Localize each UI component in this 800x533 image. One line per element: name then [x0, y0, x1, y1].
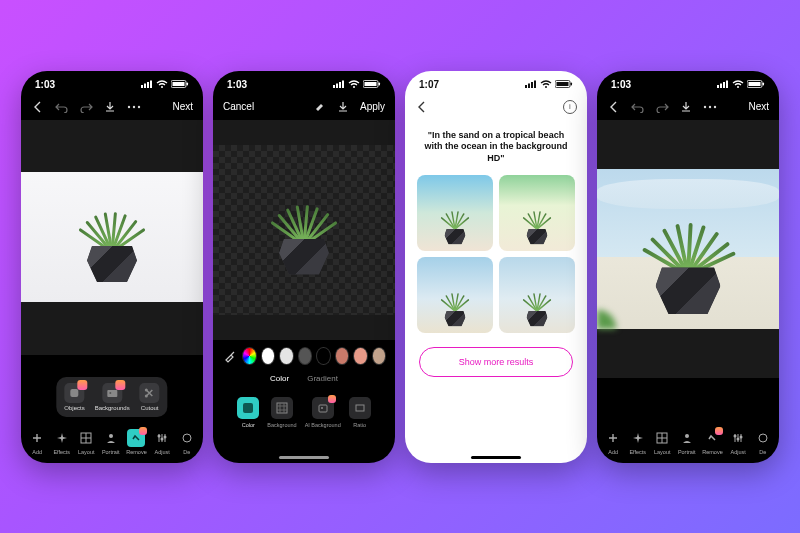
svg-point-4	[161, 86, 163, 88]
status-bar: 1:03	[597, 71, 779, 94]
tab-gradient[interactable]: Gradient	[307, 374, 338, 383]
battery-icon	[555, 80, 573, 88]
status-bar: 1:07	[405, 71, 587, 94]
subtool-color[interactable]: Color	[237, 397, 259, 428]
subtool-ai-background[interactable]: AI Background	[305, 397, 341, 428]
popover-backgrounds[interactable]: Backgrounds	[95, 383, 130, 411]
svg-point-17	[109, 434, 113, 438]
plant-cutout	[259, 185, 349, 275]
svg-rect-28	[365, 82, 377, 86]
svg-rect-41	[557, 82, 569, 86]
popover-cutout[interactable]: Cutout	[140, 383, 160, 411]
status-bar: 1:03	[21, 71, 203, 94]
tool-adjust[interactable]: Adjust	[729, 429, 747, 455]
results-grid	[417, 175, 575, 333]
svg-rect-1	[144, 84, 146, 89]
status-time: 1:03	[227, 79, 247, 90]
color-swatches	[213, 340, 395, 372]
popover-objects[interactable]: Objects	[64, 383, 84, 411]
editor-canvas[interactable]	[21, 120, 203, 355]
next-button[interactable]: Next	[172, 101, 193, 112]
show-more-button[interactable]: Show more results	[419, 347, 573, 377]
redo-icon[interactable]	[655, 100, 669, 114]
transparent-canvas	[213, 145, 395, 315]
next-button[interactable]: Next	[748, 101, 769, 112]
signal-icon	[333, 80, 345, 88]
svg-rect-36	[528, 84, 530, 89]
editor-header: Next	[21, 94, 203, 120]
color-mode-tabs: Color Gradient	[213, 372, 395, 391]
redo-icon[interactable]	[79, 100, 93, 114]
back-icon[interactable]	[415, 100, 429, 114]
results-body: "In the sand on a tropical beach with th…	[405, 120, 587, 385]
result-tile-2[interactable]	[499, 175, 575, 251]
wifi-icon	[156, 80, 168, 88]
signal-icon	[525, 80, 537, 88]
tool-adjust[interactable]: Adjust	[153, 429, 171, 455]
status-time: 1:03	[611, 79, 631, 90]
svg-point-10	[138, 105, 140, 107]
eraser-icon[interactable]	[312, 100, 326, 114]
swatch-spectrum[interactable]	[243, 348, 256, 364]
swatch-black[interactable]	[317, 348, 330, 364]
svg-point-33	[321, 407, 323, 409]
eyedropper-icon[interactable]	[223, 349, 237, 363]
background-subtools: Color Background AI Background Ratio	[213, 391, 395, 438]
tool-decor[interactable]: De	[754, 429, 772, 455]
more-icon[interactable]	[127, 100, 141, 114]
tool-layout[interactable]: Layout	[653, 429, 671, 455]
swatch-lightgray[interactable]	[280, 348, 293, 364]
swatch-terracotta[interactable]	[336, 348, 349, 364]
tool-remove[interactable]: Remove	[702, 429, 722, 455]
svg-point-19	[161, 437, 164, 440]
home-indicator	[279, 456, 329, 459]
status-time: 1:03	[35, 79, 55, 90]
undo-icon[interactable]	[631, 100, 645, 114]
result-tile-4[interactable]	[499, 257, 575, 333]
subtool-background[interactable]: Background	[267, 397, 296, 428]
svg-rect-44	[720, 84, 722, 89]
tool-remove[interactable]: Remove	[126, 429, 146, 455]
swatch-salmon[interactable]	[354, 348, 367, 364]
bottom-toolbar: Add Effects Layout Portrait Remove Adjus…	[21, 429, 203, 455]
subtool-ratio[interactable]: Ratio	[349, 397, 371, 428]
svg-point-58	[740, 435, 743, 438]
tool-portrait[interactable]: Portrait	[102, 429, 120, 455]
home-indicator	[471, 456, 521, 459]
undo-icon[interactable]	[55, 100, 69, 114]
tool-portrait[interactable]: Portrait	[678, 429, 696, 455]
cancel-button[interactable]: Cancel	[223, 101, 254, 112]
info-icon[interactable]: i	[563, 100, 577, 114]
editor-canvas[interactable]	[213, 120, 395, 340]
svg-rect-43	[717, 85, 719, 88]
battery-icon	[363, 80, 381, 88]
svg-point-13	[109, 392, 111, 394]
svg-point-47	[737, 86, 739, 88]
download-icon[interactable]	[336, 100, 350, 114]
swatch-tan[interactable]	[373, 348, 386, 364]
tab-color[interactable]: Color	[270, 374, 289, 383]
svg-point-21	[183, 434, 191, 442]
wifi-icon	[732, 80, 744, 88]
tool-effects[interactable]: Effects	[629, 429, 647, 455]
tool-effects[interactable]: Effects	[53, 429, 71, 455]
tool-decor[interactable]: De	[178, 429, 196, 455]
swatch-gray[interactable]	[299, 348, 312, 364]
svg-rect-7	[187, 83, 189, 86]
signal-icon	[717, 80, 729, 88]
tool-add[interactable]: Add	[604, 429, 622, 455]
result-tile-3[interactable]	[417, 257, 493, 333]
svg-point-53	[714, 105, 716, 107]
tool-add[interactable]: Add	[28, 429, 46, 455]
back-icon[interactable]	[607, 100, 621, 114]
download-icon[interactable]	[679, 100, 693, 114]
tool-layout[interactable]: Layout	[77, 429, 95, 455]
swatch-white[interactable]	[262, 348, 275, 364]
download-icon[interactable]	[103, 100, 117, 114]
svg-rect-31	[277, 403, 287, 413]
result-tile-1[interactable]	[417, 175, 493, 251]
editor-canvas[interactable]	[597, 120, 779, 378]
apply-button[interactable]: Apply	[360, 101, 385, 112]
more-icon[interactable]	[703, 100, 717, 114]
back-icon[interactable]	[31, 100, 45, 114]
